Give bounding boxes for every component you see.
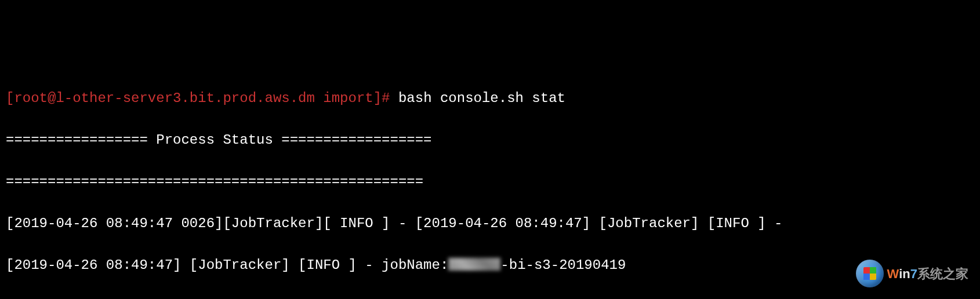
shell-command: bash console.sh stat [398, 90, 565, 106]
log-label: jobName: [382, 257, 448, 273]
shell-prompt: [root@l-other-server3.bit.prod.aws.dm im… [6, 90, 398, 106]
watermark: Win7系统之家 [856, 260, 968, 287]
log-value: -bi-s3-20190419 [500, 257, 626, 273]
watermark-logo-icon [856, 260, 884, 287]
status-title-line: ================= Process Status =======… [6, 130, 974, 151]
prompt-line[interactable]: [root@l-other-server3.bit.prod.aws.dm im… [6, 88, 974, 109]
log-line-first: [2019-04-26 08:49:47 0026][JobTracker][ … [6, 213, 974, 234]
log-line-jobname: [2019-04-26 08:49:47] [JobTracker] [INFO… [6, 255, 974, 276]
watermark-text: Win7系统之家 [887, 264, 968, 283]
windows-flag-icon [863, 267, 876, 280]
log-prefix: [2019-04-26 08:49:47] [JobTracker] [INFO… [6, 257, 382, 273]
separator-line: ========================================… [6, 172, 974, 192]
redacted-block [448, 258, 500, 271]
log-line-jobstate: [2019-04-26 08:49:47] [JobTracker] [INFO… [6, 297, 974, 299]
